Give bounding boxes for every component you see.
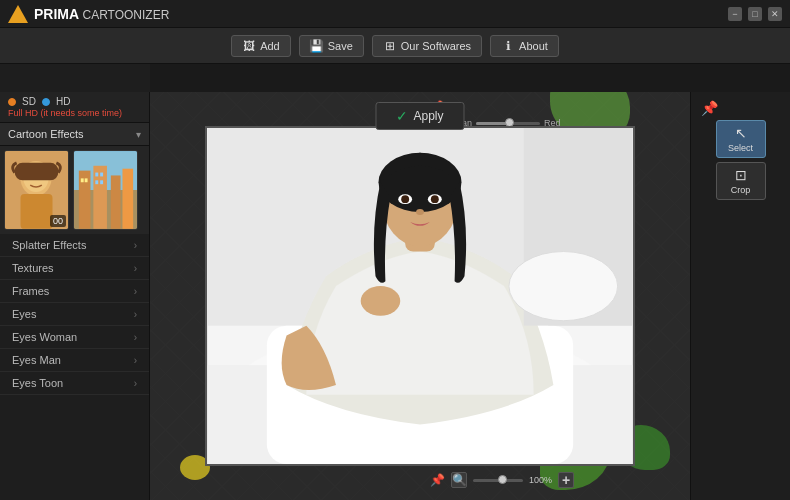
arrow-right-icon: › bbox=[134, 332, 137, 343]
add-icon: 🖼 bbox=[242, 39, 256, 53]
arrow-right-icon: › bbox=[134, 263, 137, 274]
app-title: PRIMA CARTOONIZER bbox=[34, 6, 169, 22]
sd-radio[interactable] bbox=[8, 98, 16, 106]
crop-tool-button[interactable]: ⊡ Crop bbox=[716, 162, 766, 200]
select-tool-button[interactable]: ↖ Select bbox=[716, 120, 766, 158]
splatter-effects-item[interactable]: Splatter Effects › bbox=[0, 234, 149, 257]
arrow-right-icon: › bbox=[134, 309, 137, 320]
eyes-item[interactable]: Eyes › bbox=[0, 303, 149, 326]
add-button[interactable]: 🖼 Add bbox=[231, 35, 291, 57]
cartoon-effects-thumbs: 00 bbox=[0, 146, 149, 234]
effect-thumb-portrait[interactable]: 00 bbox=[4, 150, 69, 230]
sidebar: SD HD Full HD (it needs some time) Carto… bbox=[0, 92, 150, 500]
svg-rect-2 bbox=[21, 194, 53, 229]
logo-triangle bbox=[8, 5, 28, 23]
frames-item[interactable]: Frames › bbox=[0, 280, 149, 303]
softwares-icon: ⊞ bbox=[383, 39, 397, 53]
cyan-slider[interactable] bbox=[476, 122, 540, 125]
chevron-down-icon: ▾ bbox=[136, 129, 141, 140]
svg-rect-12 bbox=[122, 169, 133, 229]
zoom-panel: 📌 🔍 100% + bbox=[422, 468, 582, 492]
our-softwares-button[interactable]: ⊞ Our Softwares bbox=[372, 35, 482, 57]
app-logo: PRIMA CARTOONIZER bbox=[8, 5, 169, 23]
svg-point-33 bbox=[416, 209, 424, 215]
pin-icon: 📌 bbox=[701, 100, 718, 116]
svg-rect-18 bbox=[100, 180, 103, 184]
select-icon: ↖ bbox=[735, 125, 747, 141]
photo-content bbox=[207, 128, 633, 464]
svg-rect-11 bbox=[111, 175, 121, 228]
right-tools-panel: 📌 ↖ Select ⊡ Crop bbox=[690, 92, 790, 500]
arrow-right-icon: › bbox=[134, 378, 137, 389]
zoom-pin-icon: 📌 bbox=[430, 473, 445, 487]
svg-rect-14 bbox=[85, 178, 88, 182]
svg-point-34 bbox=[361, 286, 401, 316]
zoom-out-icon: 🔍 bbox=[452, 473, 467, 487]
arrow-right-icon: › bbox=[134, 286, 137, 297]
minimize-button[interactable]: − bbox=[728, 7, 742, 21]
svg-rect-6 bbox=[15, 163, 59, 180]
crop-icon: ⊡ bbox=[735, 167, 747, 183]
eyes-toon-item[interactable]: Eyes Toon › bbox=[0, 372, 149, 395]
eyes-man-item[interactable]: Eyes Man › bbox=[0, 349, 149, 372]
svg-rect-9 bbox=[79, 171, 91, 229]
cartoon-effects-header[interactable]: Cartoon Effects ▾ bbox=[0, 123, 149, 146]
close-button[interactable]: ✕ bbox=[768, 7, 782, 21]
arrow-right-icon: › bbox=[134, 240, 137, 251]
main-area: SD HD Full HD (it needs some time) Carto… bbox=[0, 92, 790, 500]
svg-point-30 bbox=[401, 195, 409, 203]
save-icon: 💾 bbox=[310, 39, 324, 53]
check-icon: ✓ bbox=[396, 108, 408, 124]
maximize-button[interactable]: □ bbox=[748, 7, 762, 21]
titlebar: PRIMA CARTOONIZER − □ ✕ bbox=[0, 0, 790, 28]
svg-rect-15 bbox=[95, 173, 98, 177]
hd-radio[interactable] bbox=[42, 98, 50, 106]
window-controls: − □ ✕ bbox=[728, 7, 782, 21]
eyes-woman-item[interactable]: Eyes Woman › bbox=[0, 326, 149, 349]
effect-thumb-city[interactable] bbox=[73, 150, 138, 230]
canvas-area: ✓ Apply bbox=[150, 92, 690, 500]
zoom-slider[interactable] bbox=[473, 479, 523, 482]
svg-rect-13 bbox=[81, 178, 84, 182]
zoom-out-button[interactable]: 🔍 bbox=[451, 472, 467, 488]
quality-selector: SD HD bbox=[8, 96, 141, 107]
main-toolbar: 🖼 Add 💾 Save ⊞ Our Softwares ℹ About bbox=[0, 28, 790, 64]
photo-frame bbox=[205, 126, 635, 466]
svg-rect-17 bbox=[95, 180, 98, 184]
textures-item[interactable]: Textures › bbox=[0, 257, 149, 280]
zoom-in-button[interactable]: + bbox=[558, 472, 574, 488]
save-button[interactable]: 💾 Save bbox=[299, 35, 364, 57]
svg-rect-16 bbox=[100, 173, 103, 177]
about-icon: ℹ bbox=[501, 39, 515, 53]
version-badge-row: Registered Version bbox=[0, 64, 150, 92]
apply-button[interactable]: ✓ Apply bbox=[375, 102, 464, 130]
svg-point-32 bbox=[431, 195, 439, 203]
about-button[interactable]: ℹ About bbox=[490, 35, 559, 57]
svg-point-36 bbox=[509, 252, 618, 321]
arrow-right-icon: › bbox=[134, 355, 137, 366]
